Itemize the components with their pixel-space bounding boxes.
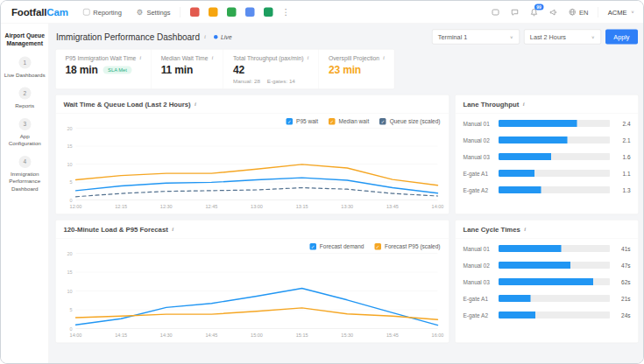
legend-median-wait[interactable]: ✓Median wait bbox=[329, 118, 369, 125]
kpi-value: 23 min bbox=[329, 64, 361, 76]
app-tile-icon-1[interactable] bbox=[190, 8, 200, 18]
chart-legend: ✓P95 wait✓Median wait✓Queue size (scaled… bbox=[56, 114, 449, 125]
legend-label: P95 wait bbox=[296, 118, 318, 125]
bar-track bbox=[499, 262, 610, 269]
org-selector[interactable]: ACME∨ bbox=[608, 9, 634, 17]
nav-settings[interactable]: ⚙Settings bbox=[137, 9, 171, 17]
app-tile-icon-3[interactable] bbox=[227, 8, 237, 18]
kpi-label: Total Throughput (pax/min)i bbox=[233, 54, 308, 61]
bar-track bbox=[499, 312, 610, 318]
terminal-select[interactable]: Terminal 1∨ bbox=[432, 30, 520, 45]
notification-badge: 99 bbox=[534, 4, 544, 10]
lane-cycle-bars: Manual 0141sManual 0247sManual 0362sE-ga… bbox=[456, 239, 639, 318]
info-icon[interactable]: i bbox=[211, 54, 213, 61]
kpi-label-text: Overspill Projection bbox=[329, 54, 379, 61]
series-forecast-demand bbox=[76, 289, 438, 326]
chat-icon[interactable] bbox=[510, 8, 519, 17]
forecast-chart-card: 120-Minute Load & P95 Forecasti ✓Forecas… bbox=[55, 220, 449, 343]
info-icon[interactable]: i bbox=[204, 33, 206, 40]
page-title: Immigration Performance Dashboard bbox=[56, 32, 200, 42]
kpi-subtext-item: E-gates: 14 bbox=[267, 78, 295, 84]
chart-title-text: 120-Minute Load & P95 Forecast bbox=[64, 226, 168, 234]
sidebar-item-label: Reports bbox=[4, 102, 46, 109]
bar bbox=[499, 278, 593, 285]
step-number: 2 bbox=[18, 88, 31, 100]
kpi-row: P95 Immigration Wait Timei18 minSLA MetM… bbox=[55, 49, 395, 89]
sidebar-item-live-dashboards[interactable]: 1Live Dashboards bbox=[1, 52, 49, 83]
sidebar-item-immigration-performance-dashboard[interactable]: 4Immigration Performance Dashboard bbox=[1, 151, 49, 196]
panel-title-text: Lane Throughput bbox=[464, 101, 520, 108]
x-axis-tick: 15:30 bbox=[341, 332, 353, 338]
bar-label: Manual 01 bbox=[464, 245, 494, 252]
apps-box-icon[interactable] bbox=[491, 8, 499, 17]
bar bbox=[499, 153, 551, 160]
x-axis-tick: 13:30 bbox=[341, 204, 353, 209]
app-tiles-row bbox=[190, 8, 273, 18]
legend-checkbox-icon: ✓ bbox=[287, 118, 294, 125]
app-tile-icon-4[interactable] bbox=[245, 8, 255, 18]
more-apps-icon[interactable]: ⋮ bbox=[282, 8, 291, 17]
info-icon[interactable]: i bbox=[172, 226, 173, 233]
time-range-select[interactable]: Last 2 Hours∨ bbox=[524, 30, 601, 45]
kpi-median-wait-time: Median Wait Timei11 min bbox=[152, 50, 223, 89]
bar-value: 24s bbox=[615, 312, 631, 318]
legend-label: Forecast P95 (scaled) bbox=[385, 243, 441, 250]
sidebar-item-label: Immigration Performance Dashboard bbox=[4, 171, 46, 192]
forecast-line-chart: 0510152014:0014:1514:3014:4515:0015:1515… bbox=[60, 251, 446, 340]
kpi-label: P95 Immigration Wait Timei bbox=[66, 54, 142, 61]
x-axis-tick: 16:00 bbox=[432, 332, 444, 338]
x-axis-tick: 14:30 bbox=[160, 332, 173, 338]
info-icon[interactable]: i bbox=[383, 54, 385, 61]
bar bbox=[499, 295, 531, 302]
x-axis-tick: 12:45 bbox=[205, 204, 217, 209]
bar-track bbox=[499, 170, 610, 177]
legend-p95-wait[interactable]: ✓P95 wait bbox=[287, 118, 318, 125]
legend-label: Forecast demand bbox=[320, 243, 364, 250]
app-tile-icon-5[interactable] bbox=[264, 8, 273, 18]
legend-forecast-demand[interactable]: ✓Forecast demand bbox=[309, 243, 364, 250]
legend-checkbox-icon: ✓ bbox=[379, 118, 386, 125]
main-content: Immigration Performance Dashboard i Live… bbox=[49, 24, 644, 364]
y-axis-tick: 15 bbox=[67, 270, 72, 275]
info-icon[interactable]: i bbox=[195, 101, 196, 108]
legend-label: Median wait bbox=[339, 118, 370, 125]
apply-button[interactable]: Apply bbox=[605, 30, 638, 45]
divider bbox=[598, 7, 598, 18]
divider bbox=[180, 7, 181, 18]
kpi-value-row: 42 bbox=[233, 64, 308, 76]
x-axis-tick: 13:45 bbox=[386, 204, 399, 209]
sidebar-item-app-configuration[interactable]: 3App Configuration bbox=[1, 114, 49, 151]
bar-label: Manual 03 bbox=[464, 153, 494, 160]
notifications-bell-icon[interactable]: 99 bbox=[529, 8, 538, 17]
x-axis-tick: 15:45 bbox=[386, 332, 399, 338]
announcement-megaphone-icon[interactable] bbox=[548, 8, 557, 17]
x-axis-tick: 12:30 bbox=[160, 204, 173, 209]
bar-label: Manual 01 bbox=[464, 120, 494, 127]
y-axis-tick: 20 bbox=[67, 251, 72, 256]
chart-card-title: 120-Minute Load & P95 Forecasti bbox=[56, 220, 449, 240]
bar-label: Manual 02 bbox=[464, 136, 494, 144]
x-axis-tick: 13:15 bbox=[296, 204, 308, 209]
language-selector[interactable]: EN bbox=[568, 8, 588, 17]
info-icon[interactable]: i bbox=[523, 101, 525, 108]
globe-icon bbox=[568, 8, 577, 17]
bar-value: 2.4 bbox=[615, 120, 631, 127]
chart-card-title: Wait Time & Queue Load (Last 2 Hours)i bbox=[56, 95, 449, 115]
bar-label: E-gate A1 bbox=[464, 295, 494, 302]
legend-queue-size-scaled[interactable]: ✓Queue size (scaled) bbox=[379, 118, 440, 125]
app-tile-icon-2[interactable] bbox=[209, 8, 218, 18]
footfallcam-logo[interactable]: FootfallCam bbox=[11, 6, 68, 18]
chevron-down-icon: ∨ bbox=[631, 10, 634, 14]
legend-checkbox-icon: ✓ bbox=[309, 243, 316, 250]
info-icon[interactable]: i bbox=[524, 226, 526, 233]
legend-forecast-p95-scaled[interactable]: ✓Forecast P95 (scaled) bbox=[374, 243, 440, 250]
bar-row-manual-03: Manual 0362s bbox=[464, 278, 631, 285]
sidebar-item-reports[interactable]: 2Reports bbox=[1, 83, 49, 114]
info-icon[interactable]: i bbox=[139, 54, 141, 61]
info-icon[interactable]: i bbox=[307, 54, 308, 61]
page-header: Immigration Performance Dashboard i Live… bbox=[56, 29, 638, 45]
lane-cycle-times-card: Lane Cycle Timesi Manual 0141sManual 024… bbox=[455, 220, 639, 343]
bar-value: 47s bbox=[615, 262, 631, 269]
x-axis-tick: 14:45 bbox=[205, 332, 217, 338]
nav-reporting[interactable]: Reporting bbox=[83, 9, 122, 17]
